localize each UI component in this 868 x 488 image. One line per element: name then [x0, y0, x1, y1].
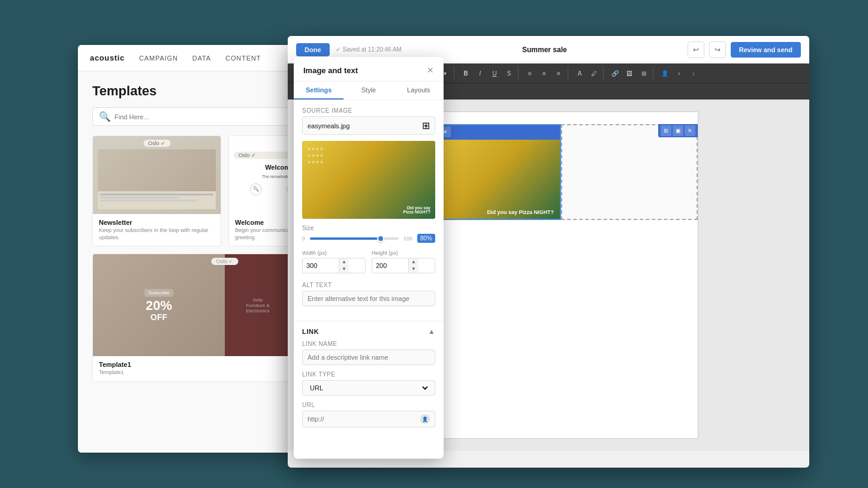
modal-size-section: Size 0 100 80% — [302, 225, 435, 243]
modal-close-button[interactable]: ✕ — [427, 65, 434, 75]
modal-image-preview: ★★★★★★★★★★★★ Did you sayPizza NIGHT? — [302, 141, 435, 219]
size-slider[interactable] — [310, 237, 399, 240]
source-image-label: Source Image — [302, 107, 435, 114]
url-person-icon: 👤 — [420, 414, 430, 424]
modal-dims-row: Width (px) ▲ ▼ Height (px) ▲ ▼ — [302, 250, 435, 273]
canvas-text-controls: ⊞ ▣ ✕ — [658, 124, 698, 137]
modal-body: Source Image ⊞ ★★★★★★★★★★★★ Did you sayP… — [294, 100, 444, 451]
link-type-label: Link type — [302, 371, 435, 378]
template-card-footer-newsletter: Newsletter Keep your subscribers in the … — [93, 214, 221, 246]
align-center-button[interactable]: ≡ — [538, 67, 551, 80]
align-left-button[interactable]: ≡ — [523, 67, 537, 80]
align-right-button[interactable]: ≡ — [552, 67, 565, 80]
template-card-newsletter[interactable]: Oslo ✓ Newsletter Keep your subscribers … — [92, 135, 221, 246]
modal-window: Image and text ✕ Settings Style Layouts … — [294, 57, 444, 459]
bold-button[interactable]: B — [459, 67, 472, 80]
modal-tab-settings[interactable]: Settings — [294, 82, 343, 100]
chevron-right-button[interactable]: › — [673, 67, 686, 80]
canvas-text-ctrl-1[interactable]: ⊞ — [661, 125, 671, 136]
person-button[interactable]: 👤 — [658, 67, 671, 80]
redo-button[interactable]: ↪ — [709, 41, 726, 58]
wide-discount: 20% — [146, 299, 172, 312]
url-input[interactable] — [308, 415, 420, 423]
height-stepper: ▲ ▼ — [408, 258, 418, 273]
modal-header: Image and text ✕ — [294, 57, 444, 82]
height-field: Height (px) ▲ ▼ — [372, 250, 435, 273]
template-card-desc-newsletter: Keep your subscribers in the loop with r… — [99, 227, 215, 241]
link-type-select[interactable]: URL Email Phone Anchor — [308, 384, 430, 392]
campaign-name: Summer sale — [408, 46, 682, 54]
size-max: 100 — [403, 236, 412, 242]
wide-right-top-text: SofaFurniture &Electronics — [225, 254, 291, 356]
canvas-text-ctrl-3[interactable]: ✕ — [685, 125, 695, 136]
done-button[interactable]: Done — [296, 43, 330, 56]
download-button[interactable]: ↓ — [687, 67, 700, 80]
canvas-inner: ⊞ ▣ ✕ ★★★★★★★★★★★★ Did you say Pizza NIG… — [399, 112, 698, 439]
size-slider-thumb — [377, 235, 384, 242]
oslo-badge-1: Oslo ✓ — [143, 140, 170, 147]
canvas-text-ctrl-2[interactable]: ▣ — [673, 125, 683, 136]
oslo-badge-3: Oslo ✓ — [211, 258, 238, 265]
link-section-title: LINK — [302, 328, 319, 335]
editor-topbar-actions: ↩ ↪ Review and send — [688, 41, 801, 58]
width-down-button[interactable]: ▼ — [339, 266, 349, 273]
underline-button[interactable]: U — [488, 67, 501, 80]
nav-data[interactable]: Data — [192, 55, 211, 62]
saved-status: ✓ Saved at 11:20:46 AM — [336, 46, 402, 53]
acoustic-logo: acoustic — [90, 53, 125, 62]
italic-button[interactable]: I — [474, 67, 487, 80]
height-input-wrapper: ▲ ▼ — [372, 258, 435, 273]
toolbar-group-color: A 🖊 — [571, 67, 604, 80]
modal-tab-style[interactable]: Style — [343, 82, 393, 100]
welcome-icon-1: 🔍 — [250, 183, 262, 195]
toolbar-group-text-style: B I U S — [457, 67, 519, 80]
source-image-icon: ⊞ — [422, 120, 430, 131]
width-input[interactable] — [303, 260, 339, 272]
undo-button[interactable]: ↩ — [688, 41, 704, 58]
canvas-block: ⊞ ▣ ✕ ★★★★★★★★★★★★ Did you say Pizza NIG… — [411, 124, 698, 220]
size-controls: 0 100 80% — [302, 234, 435, 243]
height-down-button[interactable]: ▼ — [409, 266, 418, 273]
toolbar-group-extra2: 👤 › ↓ — [656, 67, 703, 80]
table-button[interactable]: ⊞ — [637, 67, 650, 80]
link-type-select-wrapper: URL Email Phone Anchor — [302, 380, 435, 396]
alt-text-input[interactable] — [302, 291, 435, 306]
modal-title: Image and text — [303, 66, 358, 75]
width-field: Width (px) ▲ ▼ — [302, 250, 366, 273]
size-min: 0 — [302, 236, 305, 242]
source-image-field[interactable]: ⊞ — [302, 116, 435, 135]
modal-image-bottom-text: Did you sayPizza NIGHT? — [403, 206, 430, 214]
width-up-button[interactable]: ▲ — [339, 258, 349, 266]
wide-left-section: Subscribe 20% OFF — [93, 254, 225, 356]
link-name-label: Link name — [302, 341, 435, 347]
nav-content[interactable]: Content — [225, 55, 261, 62]
modal-tabs: Settings Style Layouts — [294, 82, 444, 100]
wide-badge: Subscribe — [144, 289, 173, 297]
check-icon: ✓ — [336, 46, 340, 53]
text-color-button[interactable]: A — [573, 67, 586, 80]
highlight-button[interactable]: 🖊 — [587, 67, 601, 80]
height-label: Height (px) — [372, 250, 435, 256]
url-label: URL — [302, 402, 435, 408]
strikethrough-button[interactable]: S — [502, 67, 516, 80]
nav-campaign[interactable]: CAMPAIGN — [139, 55, 178, 62]
canvas-bottom-text: Did you say Pizza NIGHT? — [487, 209, 554, 215]
wide-off: OFF — [150, 312, 167, 322]
link-button[interactable]: 🔗 — [608, 67, 622, 80]
template-card-name-newsletter: Newsletter — [99, 219, 215, 226]
link-section-header: LINK ▲ — [302, 327, 435, 336]
alt-label: Alt text — [302, 282, 435, 288]
modal-image-overlay-text: ★★★★★★★★★★★★ — [307, 146, 324, 166]
search-icon: 🔍 — [99, 111, 111, 122]
saved-text: Saved at 11:20:46 AM — [343, 46, 402, 53]
link-name-input[interactable] — [302, 350, 435, 365]
review-send-button[interactable]: Review and send — [731, 42, 801, 58]
source-image-input[interactable] — [308, 122, 422, 129]
height-input[interactable] — [372, 260, 408, 272]
width-input-wrapper: ▲ ▼ — [302, 258, 366, 273]
link-collapse-button[interactable]: ▲ — [428, 327, 435, 336]
image-button[interactable]: 🖼 — [623, 67, 636, 80]
modal-tab-layouts[interactable]: Layouts — [394, 82, 444, 100]
canvas-text-block[interactable]: ⊞ ▣ ✕ — [561, 124, 698, 220]
height-up-button[interactable]: ▲ — [409, 258, 418, 266]
